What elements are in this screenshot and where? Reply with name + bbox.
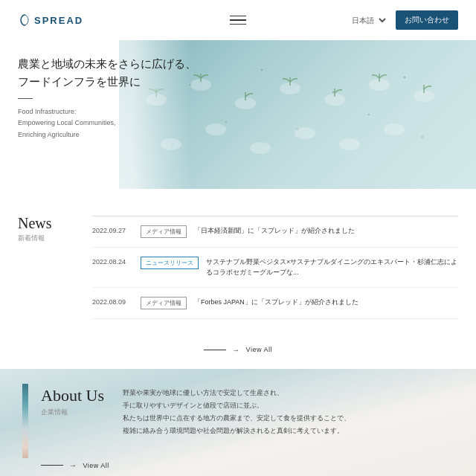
news-label: News 新着情報 — [18, 216, 77, 319]
news-date: 2022.09.27 — [92, 225, 133, 234]
hero-content: 農業と地域の未来をさらに広げる、 フードインフラを世界に Food Infras… — [18, 55, 280, 141]
header-right: 日本語 English お問い合わせ — [349, 10, 458, 30]
hero-subtitle: Food Infrastructure: Empowering Local Co… — [18, 106, 280, 141]
arrow-icon: → — [69, 461, 77, 469]
news-date: 2022.08.09 — [92, 297, 133, 306]
view-all-label: View All — [83, 462, 109, 469]
news-item[interactable]: 2022.09.27 メディア情報 「日本経済新聞」に「スプレッド」が紹介されま… — [92, 216, 458, 248]
logo-text: SPREAD — [34, 15, 83, 26]
news-tag: メディア情報 — [141, 297, 187, 309]
news-body: サステナブル野菜ベジタス×サステナブルダイニングのエキスパート・杉浦仁志によるコ… — [206, 257, 458, 278]
svg-point-9 — [250, 142, 271, 154]
hero-divider — [18, 98, 33, 99]
about-label: About Us 企業情報 — [41, 387, 108, 437]
svg-point-10 — [295, 127, 315, 139]
news-tag: メディア情報 — [141, 225, 187, 238]
hamburger-line-1 — [230, 16, 246, 17]
news-title: News — [18, 216, 77, 231]
about-subtitle: 企業情報 — [41, 408, 108, 417]
language-selector[interactable]: 日本語 English — [349, 16, 388, 25]
news-body: 「Forbes JAPAN」に「スプレッド」が紹介されました — [194, 297, 458, 307]
contact-button[interactable]: お問い合わせ — [396, 10, 458, 30]
view-all-line — [41, 465, 63, 466]
news-view-all-button[interactable]: → View All — [204, 346, 272, 354]
svg-point-11 — [339, 138, 360, 150]
news-section: News 新着情報 2022.09.27 メディア情報 「日本経済新聞」に「スプ… — [0, 189, 476, 334]
view-all-line — [204, 350, 226, 350]
logo[interactable]: SPREAD — [18, 13, 83, 27]
about-content: About Us 企業情報 野菜や果実が地球に優しい方法で安定して生産され、 手… — [0, 369, 476, 452]
svg-point-12 — [384, 123, 405, 135]
arrow-icon: → — [232, 346, 240, 354]
news-tag: ニュースリリース — [141, 257, 199, 269]
hero-section: 農業と地域の未来をさらに広げる、 フードインフラを世界に Food Infras… — [0, 40, 476, 189]
hamburger-line-3 — [230, 24, 246, 25]
about-text: 野菜や果実が地球に優しい方法で安定して生産され、 手に取りやすいデザインと値段で… — [123, 387, 458, 437]
news-view-all-wrap: → View All — [0, 334, 476, 369]
logo-icon — [18, 13, 31, 27]
header: SPREAD 日本語 English お問い合わせ — [0, 0, 476, 40]
about-view-all-button[interactable]: → View All — [41, 461, 109, 469]
hamburger-menu[interactable] — [230, 16, 246, 25]
hero-title: 農業と地域の未来をさらに広げる、 フードインフラを世界に — [18, 55, 280, 91]
hamburger-line-2 — [230, 19, 246, 21]
about-section: About Us 企業情報 野菜や果実が地球に優しい方法で安定して生産され、 手… — [0, 369, 476, 476]
news-item[interactable]: 2022.08.24 ニュースリリース サステナブル野菜ベジタス×サステナブルダ… — [92, 248, 458, 288]
about-body: 野菜や果実が地球に優しい方法で安定して生産され、 手に取りやすいデザインと値段で… — [123, 387, 458, 437]
view-all-label: View All — [246, 346, 272, 353]
about-view-all-wrap: → View All — [0, 452, 476, 474]
news-subtitle: 新着情報 — [18, 234, 77, 243]
news-list: 2022.09.27 メディア情報 「日本経済新聞」に「スプレッド」が紹介されま… — [92, 216, 458, 319]
news-item[interactable]: 2022.08.09 メディア情報 「Forbes JAPAN」に「スプレッド」… — [92, 288, 458, 319]
news-body: 「日本経済新聞」に「スプレッド」が紹介されました — [194, 225, 458, 236]
news-date: 2022.08.24 — [92, 257, 133, 266]
about-title: About Us — [41, 387, 108, 405]
